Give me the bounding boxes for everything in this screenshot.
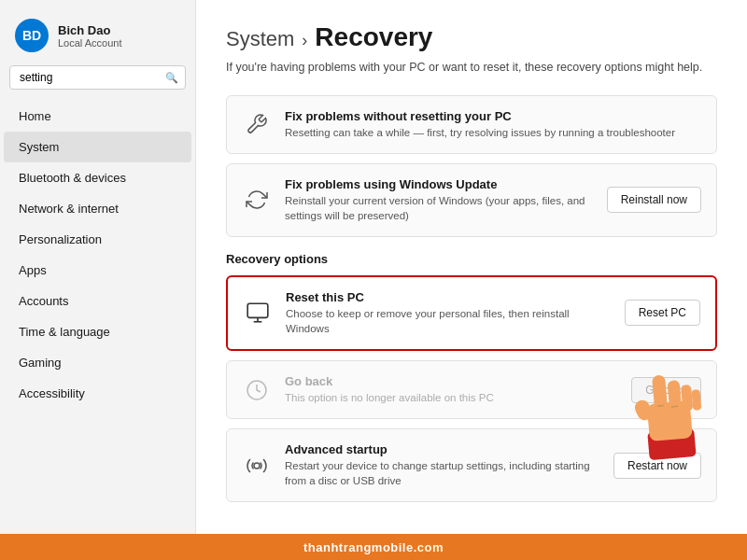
go-back-title: Go back: [285, 374, 618, 388]
main-wrapper: System › Recovery If you're having probl…: [196, 0, 747, 534]
fix-problems-title: Fix problems without resetting your PC: [285, 109, 701, 123]
bottom-banner: thanhtrangmobile.com: [0, 534, 747, 560]
main-content: System › Recovery If you're having probl…: [196, 0, 747, 534]
sidebar-item-network[interactable]: Network & internet: [4, 193, 191, 224]
advanced-startup-text: Advanced startup Restart your device to …: [285, 442, 600, 488]
refresh-icon: [242, 185, 272, 215]
search-bar: 🔍: [9, 65, 186, 90]
windows-update-card: Fix problems using Windows Update Reinst…: [226, 163, 717, 237]
reset-pc-title: Reset this PC: [286, 290, 612, 304]
go-back-card: Go back This option is no longer availab…: [226, 360, 717, 419]
reinstall-now-button[interactable]: Reinstall now: [607, 187, 701, 213]
fix-problems-text: Fix problems without resetting your PC R…: [285, 109, 701, 140]
clock-icon: [242, 375, 272, 405]
search-input[interactable]: [9, 65, 186, 90]
advanced-startup-card: Advanced startup Restart your device to …: [226, 428, 717, 502]
reset-pc-desc: Choose to keep or remove your personal f…: [286, 306, 612, 336]
go-back-text: Go back This option is no longer availab…: [285, 374, 618, 405]
sidebar: BD Bich Dao Local Account 🔍 Home System …: [0, 0, 196, 534]
sidebar-item-system[interactable]: System: [4, 132, 191, 162]
fix-problems-card: Fix problems without resetting your PC R…: [226, 95, 717, 154]
windows-update-title: Fix problems using Windows Update: [285, 177, 594, 191]
page-title: Recovery: [315, 22, 432, 52]
startup-icon: [242, 451, 272, 481]
reset-pc-text: Reset this PC Choose to keep or remove y…: [286, 290, 612, 336]
sidebar-item-accounts[interactable]: Accounts: [4, 286, 191, 316]
wrench-icon: [242, 109, 272, 139]
windows-update-desc: Reinstall your current version of Window…: [285, 193, 594, 223]
banner-text: thanhtrangmobile: [303, 540, 414, 554]
go-back-button[interactable]: Go back: [631, 377, 701, 403]
sidebar-item-accessibility[interactable]: Accessibility: [4, 378, 191, 409]
breadcrumb-arrow: ›: [302, 31, 307, 50]
advanced-startup-desc: Restart your device to change startup se…: [285, 458, 600, 488]
reset-pc-card: Reset this PC Choose to keep or remove y…: [226, 275, 717, 351]
search-icon: 🔍: [165, 72, 178, 84]
sidebar-item-personalization[interactable]: Personalization: [4, 224, 191, 255]
sidebar-item-home[interactable]: Home: [4, 101, 191, 132]
windows-update-text: Fix problems using Windows Update Reinst…: [285, 177, 594, 223]
user-name: Bich Dao: [58, 23, 122, 37]
page-subtitle: If you're having problems with your PC o…: [226, 60, 717, 77]
sidebar-item-bluetooth[interactable]: Bluetooth & devices: [4, 162, 191, 193]
recovery-options-label: Recovery options: [226, 252, 717, 266]
sidebar-item-time[interactable]: Time & language: [4, 316, 191, 347]
breadcrumb-parent: System: [226, 27, 294, 51]
user-info: BD Bich Dao Local Account: [0, 9, 195, 65]
avatar: BD: [15, 19, 49, 52]
sidebar-item-apps[interactable]: Apps: [4, 255, 191, 286]
user-role: Local Account: [58, 37, 122, 49]
go-back-desc: This option is no longer available on th…: [285, 390, 618, 405]
svg-rect-0: [247, 304, 268, 318]
reset-pc-button[interactable]: Reset PC: [625, 300, 700, 326]
page-header: System › Recovery: [226, 22, 717, 52]
svg-point-4: [254, 463, 260, 469]
fix-problems-desc: Resetting can take a while — first, try …: [285, 125, 701, 140]
advanced-startup-title: Advanced startup: [285, 442, 600, 456]
banner-dotcom: .com: [414, 540, 444, 554]
restart-now-button[interactable]: Restart now: [613, 453, 701, 479]
pc-icon: [243, 298, 273, 328]
sidebar-item-gaming[interactable]: Gaming: [4, 347, 191, 378]
